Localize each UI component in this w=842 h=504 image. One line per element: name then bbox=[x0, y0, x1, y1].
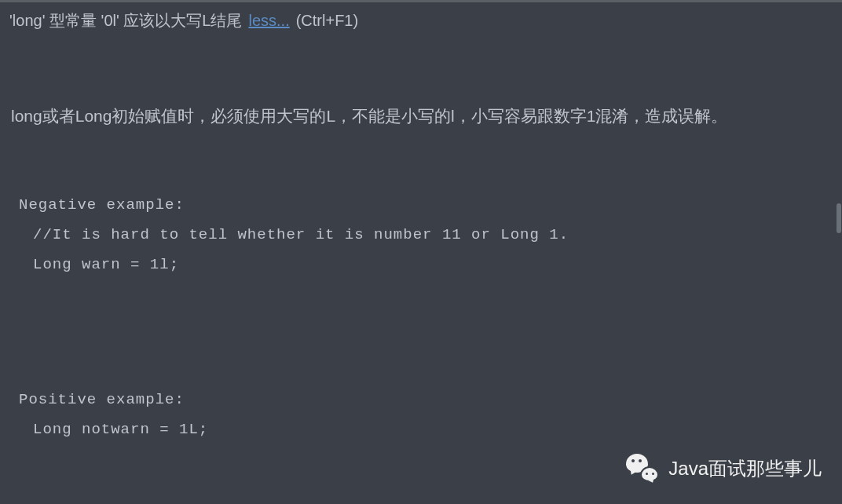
positive-example-code: Long notwarn = 1L; bbox=[33, 415, 833, 444]
tooltip-header: 'long' 型常量 '0l' 应该以大写L结尾 less... (Ctrl+F… bbox=[9, 10, 833, 31]
negative-example-title: Negative example: bbox=[19, 190, 833, 220]
watermark-text: Java面试那些事儿 bbox=[668, 456, 822, 481]
keyboard-shortcut: (Ctrl+F1) bbox=[296, 12, 358, 30]
wechat-icon bbox=[626, 454, 659, 484]
inspection-description: long或者Long初始赋值时，必须使用大写的L，不能是小写的l，小写容易跟数字… bbox=[11, 104, 833, 129]
watermark: Java面试那些事儿 bbox=[626, 454, 822, 484]
positive-example-section: Positive example: Long notwarn = 1L; bbox=[19, 385, 833, 444]
scrollbar-thumb[interactable] bbox=[837, 203, 841, 233]
negative-example-section: Negative example: //It is hard to tell w… bbox=[19, 190, 833, 279]
inspection-tooltip-panel: 'long' 型常量 '0l' 应该以大写L结尾 less... (Ctrl+F… bbox=[0, 2, 842, 452]
negative-example-comment: //It is hard to tell whether it is numbe… bbox=[33, 220, 833, 250]
less-link[interactable]: less... bbox=[248, 12, 289, 30]
positive-example-title: Positive example: bbox=[19, 385, 833, 415]
inspection-warning-message: 'long' 型常量 '0l' 应该以大写L结尾 bbox=[9, 10, 242, 31]
negative-example-code: Long warn = 1l; bbox=[33, 250, 833, 279]
